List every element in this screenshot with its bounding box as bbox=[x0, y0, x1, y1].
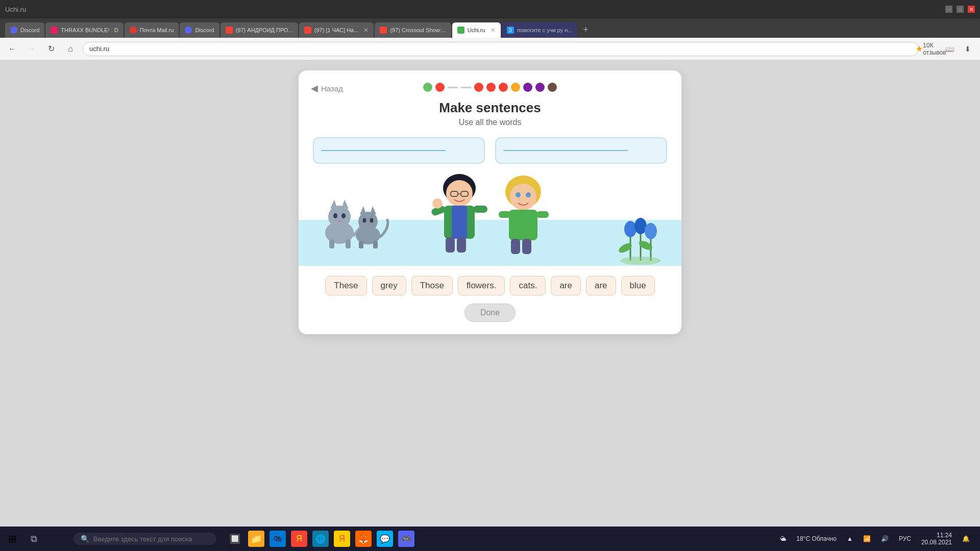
forward-navigation-button[interactable]: → bbox=[24, 42, 39, 56]
speech-bubble-left[interactable] bbox=[313, 137, 485, 164]
svg-rect-10 bbox=[346, 239, 351, 248]
clock-time: 11:24 bbox=[921, 532, 952, 539]
exercise-card: ◀ Назад Make sentences Use all the words bbox=[299, 70, 681, 334]
scene-svg bbox=[299, 164, 681, 266]
taskbar-firefox-icon[interactable]: 🦊 bbox=[355, 531, 372, 547]
tab-1chas[interactable]: (97) [1 ЧАС] На... ✕ bbox=[299, 22, 374, 38]
taskbar-right: 🌥 18°C Облачно ▲ 📶 🔊 РУС 11:24 20.08.202… bbox=[780, 532, 970, 546]
close-button[interactable]: ✕ bbox=[968, 6, 975, 13]
svg-point-28 bbox=[432, 198, 443, 209]
weather-text: 18°C Облачно bbox=[796, 535, 837, 542]
minimize-button[interactable]: ─ bbox=[945, 6, 952, 13]
star-icon: ★ bbox=[916, 44, 923, 54]
taskbar-yandex-icon[interactable]: Я bbox=[291, 531, 307, 547]
tab-mail[interactable]: Почта Mail.ru bbox=[125, 22, 179, 38]
tab-label: Uchi.ru bbox=[468, 27, 485, 33]
notification-icon[interactable]: 🔔 bbox=[962, 535, 970, 542]
taskbar-skype-icon[interactable]: 💬 bbox=[377, 531, 393, 547]
exercise-title: Make sentences bbox=[313, 100, 667, 116]
expand-icon[interactable]: ▲ bbox=[847, 535, 853, 542]
home-button[interactable]: ⌂ bbox=[63, 42, 78, 56]
svg-rect-37 bbox=[536, 211, 549, 218]
tab-label: THRAXX BUNDLE! : D bbox=[61, 27, 118, 33]
windows-start-button[interactable]: ⊞ bbox=[0, 527, 24, 551]
refresh-button[interactable]: ↻ bbox=[44, 42, 58, 56]
dot-5 bbox=[499, 83, 508, 92]
words-row: These grey Those flowers. cats. are bbox=[313, 276, 667, 295]
maximize-button[interactable]: □ bbox=[957, 6, 964, 13]
toolbar-right: ★ 10К отзывов 📖 ⬇ bbox=[924, 42, 975, 56]
bubble-line-left bbox=[321, 150, 446, 151]
tab-android[interactable]: (97) АНДРОИД ПРО... bbox=[220, 22, 298, 38]
taskbar-cortana-icon[interactable]: 🔲 bbox=[227, 531, 243, 547]
dot-3 bbox=[474, 83, 483, 92]
reader-mode-button[interactable]: 📖 bbox=[942, 42, 957, 56]
dot-7 bbox=[523, 83, 532, 92]
dot-connector-1 bbox=[448, 87, 458, 88]
word-chip-are-2[interactable]: are bbox=[586, 276, 616, 295]
exercise-subtitle: Use all the words bbox=[313, 118, 667, 127]
word-chip-blue[interactable]: blue bbox=[621, 276, 655, 295]
taskbar-store-icon[interactable]: 🛍 bbox=[270, 531, 286, 547]
word-chip-are-1[interactable]: are bbox=[551, 276, 581, 295]
svg-point-3 bbox=[328, 206, 351, 228]
new-tab-button[interactable]: + bbox=[578, 22, 593, 37]
scene-area bbox=[299, 164, 681, 266]
tab-discord-1[interactable]: Discord bbox=[5, 22, 44, 38]
browser-window: Uchi.ru ─ □ ✕ Discord THRAXX BUNDLE! : D… bbox=[0, 0, 980, 527]
bubbles-row bbox=[313, 137, 667, 164]
network-icon: 📶 bbox=[863, 535, 871, 542]
tab-crossout[interactable]: (97) Crossout Show:... bbox=[375, 22, 451, 38]
window-controls: ─ □ ✕ bbox=[945, 6, 975, 13]
tab-label: Почта Mail.ru bbox=[140, 27, 174, 33]
taskbar-discord-icon[interactable]: 🎮 bbox=[398, 531, 414, 547]
svg-point-6 bbox=[333, 213, 337, 218]
tab-close-active-icon[interactable]: ✕ bbox=[491, 27, 496, 34]
address-input[interactable] bbox=[83, 42, 919, 56]
weather-icon: 🌥 bbox=[780, 535, 786, 542]
tab-label: (97) Crossout Show:... bbox=[390, 27, 446, 33]
title-bar: Uchi.ru ─ □ ✕ bbox=[0, 0, 980, 18]
volume-icon: 🔊 bbox=[881, 535, 889, 542]
back-label: Назад bbox=[321, 84, 343, 93]
dot-8 bbox=[535, 83, 545, 92]
back-arrow-icon: ◀ bbox=[311, 83, 318, 94]
bookmark-button[interactable]: ★ 10К отзывов bbox=[924, 42, 938, 56]
done-button[interactable]: Done bbox=[464, 304, 516, 322]
back-button[interactable]: ◀ Назад bbox=[311, 83, 343, 94]
dot-2 bbox=[435, 83, 445, 92]
word-chip-cats[interactable]: cats. bbox=[510, 276, 546, 295]
svg-point-12 bbox=[358, 212, 378, 231]
language-label: РУС bbox=[899, 535, 911, 542]
tab-close-icon[interactable]: ✕ bbox=[363, 27, 369, 34]
download-button[interactable]: ⬇ bbox=[961, 42, 975, 56]
svg-rect-36 bbox=[499, 211, 511, 218]
word-chip-flowers[interactable]: flowers. bbox=[458, 276, 505, 295]
taskbar-explorer-icon[interactable]: 📁 bbox=[248, 531, 264, 547]
taskbar-edge-icon[interactable]: 🌐 bbox=[312, 531, 329, 547]
back-navigation-button[interactable]: ← bbox=[5, 42, 19, 56]
page-content: ◀ Назад Make sentences Use all the words bbox=[0, 60, 980, 527]
svg-point-20 bbox=[446, 180, 473, 207]
tab-help[interactable]: 3 помогите с учи ру н... bbox=[502, 22, 578, 38]
svg-point-45 bbox=[624, 221, 636, 237]
dot-4 bbox=[486, 83, 496, 92]
taskbar-yabrowser-icon[interactable]: Я bbox=[334, 531, 350, 547]
speech-bubble-right[interactable] bbox=[495, 137, 667, 164]
task-view-button[interactable]: ⧉ bbox=[24, 527, 43, 551]
svg-rect-29 bbox=[446, 237, 455, 253]
dot-1 bbox=[423, 83, 432, 92]
word-chip-these[interactable]: These bbox=[325, 276, 366, 295]
taskbar: ⊞ ⧉ 🔍 🔲 📁 🛍 Я 🌐 Я 🦊 💬 bbox=[0, 527, 980, 551]
word-chip-grey[interactable]: grey bbox=[372, 276, 406, 295]
tabs-bar: Discord THRAXX BUNDLE! : D Почта Mail.ru… bbox=[0, 18, 980, 38]
tab-thraxx[interactable]: THRAXX BUNDLE! : D bbox=[45, 22, 123, 38]
word-chip-those[interactable]: Those bbox=[411, 276, 453, 295]
tab-uchi[interactable]: Uchi.ru ✕ bbox=[452, 22, 501, 38]
svg-point-32 bbox=[510, 184, 536, 210]
tab-label: помогите с учи ру н... bbox=[517, 27, 573, 33]
tab-discord-2[interactable]: Discord bbox=[180, 22, 219, 38]
done-row: Done bbox=[313, 304, 667, 322]
taskbar-search-input[interactable] bbox=[93, 535, 209, 543]
dot-9 bbox=[548, 83, 557, 92]
